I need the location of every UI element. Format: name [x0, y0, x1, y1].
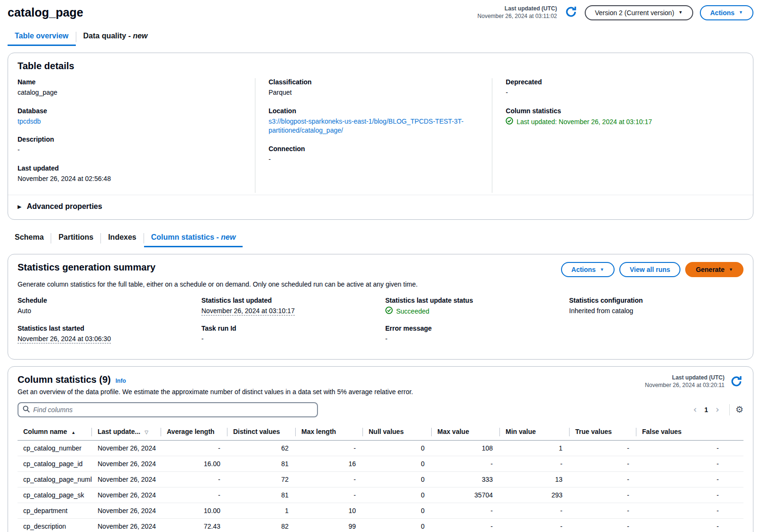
- table-cell: -: [432, 456, 500, 471]
- new-badge: new: [133, 32, 147, 40]
- tab-label: Table overview: [15, 32, 69, 40]
- table-cell: -: [636, 440, 743, 456]
- chevron-down-icon: ▼: [679, 10, 683, 15]
- field-stats-last-updated: Statistics last updated November 26, 202…: [201, 297, 376, 317]
- stats-actions-button[interactable]: Actions ▼: [561, 262, 615, 277]
- column-statistics-table: Column name▲ Last update...▽ Average len…: [18, 424, 743, 532]
- success-check-icon: [385, 307, 393, 317]
- field-classification: Classification Parquet: [269, 78, 479, 98]
- field-task-run-id: Task run Id -: [201, 325, 376, 344]
- refresh-button[interactable]: [564, 5, 578, 20]
- details-column-1: Name catalog_page Database tpcdsdb Descr…: [18, 78, 255, 193]
- table-cell: 0: [363, 456, 432, 471]
- field-connection: Connection -: [269, 145, 479, 164]
- stats-summary-grid: Schedule Auto Statistics last updated No…: [18, 297, 743, 351]
- sort-ascending-icon: ▲: [72, 430, 76, 435]
- generate-button[interactable]: Generate ▼: [685, 262, 743, 277]
- header-max-value: Max value: [432, 424, 500, 441]
- header-column-name[interactable]: Column name▲: [18, 424, 92, 441]
- table-cell: 81: [227, 487, 296, 503]
- table-cell: November 26, 2024: [92, 471, 161, 487]
- field-column-statistics: Column statistics Last updated: November…: [506, 107, 730, 127]
- table-cell: 293: [500, 487, 570, 503]
- table-cell: -: [296, 440, 363, 456]
- header-null-values: Null values: [363, 424, 432, 441]
- field-last-updated: Last updated November 26, 2024 at 02:56:…: [18, 164, 242, 184]
- advanced-properties-toggle[interactable]: ▶ Advanced properties: [8, 195, 753, 212]
- column-stats-updated-text: Last updated: November 26, 2024 at 03:10…: [516, 117, 652, 127]
- table-cell: -: [570, 456, 636, 471]
- field-label: Column statistics: [506, 107, 730, 115]
- table-cell: -: [296, 471, 363, 487]
- field-label: Statistics last started: [18, 325, 192, 332]
- stats-summary-title: Statistics generation summary: [18, 262, 155, 273]
- tab-table-overview[interactable]: Table overview: [8, 28, 76, 46]
- info-link[interactable]: Info: [116, 378, 126, 384]
- page-title: catalog_page: [8, 5, 83, 19]
- tab-label: Data quality -: [83, 32, 133, 40]
- tab-column-statistics[interactable]: Column statistics - new: [144, 229, 243, 247]
- table-cell: 81: [227, 456, 296, 471]
- version-dropdown[interactable]: Version 2 (Current version) ▼: [585, 5, 693, 20]
- table-cell: 99: [296, 518, 363, 532]
- table-cell: -: [161, 487, 227, 503]
- table-header-row: Column name▲ Last update...▽ Average len…: [18, 424, 743, 441]
- new-badge: new: [221, 233, 236, 241]
- previous-page-button[interactable]: ‹: [689, 405, 701, 414]
- table-details-title: Table details: [18, 61, 743, 72]
- field-label: Statistics last updated: [201, 297, 376, 304]
- table-cell: 82: [227, 518, 296, 532]
- table-cell: 62: [227, 440, 296, 456]
- tab-data-quality[interactable]: Data quality - new: [76, 28, 155, 46]
- field-value: -: [201, 334, 376, 344]
- column-statistics-title: Column statistics (9): [18, 374, 111, 385]
- tab-partitions[interactable]: Partitions: [51, 229, 100, 247]
- refresh-icon: [565, 6, 577, 19]
- column-statistics-card: Column statistics (9) Info Get an overvi…: [8, 366, 753, 532]
- table-cell: November 26, 2024: [92, 456, 161, 471]
- advanced-properties-label: Advanced properties: [27, 202, 102, 211]
- table-row: cp_catalog_page_idNovember 26, 202416.00…: [18, 456, 743, 471]
- table-cell: -: [432, 518, 500, 532]
- field-value: -: [18, 145, 242, 155]
- database-link[interactable]: tpcdsdb: [18, 117, 41, 125]
- last-updated-label: Last updated (UTC): [645, 374, 725, 382]
- table-row: cp_catalog_page_numlNovember 26, 2024-72…: [18, 471, 743, 487]
- tab-schema[interactable]: Schema: [8, 229, 51, 247]
- header-average-length: Average length: [161, 424, 227, 441]
- field-value: -: [506, 88, 730, 98]
- field-label: Name: [18, 78, 242, 86]
- view-all-runs-label: View all runs: [630, 266, 670, 273]
- version-dropdown-label: Version 2 (Current version): [595, 9, 674, 17]
- field-value: Auto: [18, 307, 192, 316]
- find-columns-search[interactable]: [18, 402, 318, 417]
- field-location: Location s3://blogpost-sparkoneks-us-eas…: [269, 107, 479, 135]
- header-last-update[interactable]: Last update...▽: [92, 424, 161, 441]
- field-label: Error message: [385, 325, 560, 332]
- actions-button[interactable]: Actions ▼: [700, 5, 753, 20]
- field-value: November 26, 2024 at 03:10:17: [201, 307, 295, 316]
- tab-indexes[interactable]: Indexes: [101, 229, 144, 247]
- table-settings-button[interactable]: ⚙: [735, 405, 743, 414]
- table-last-updated: Last updated (UTC) November 26, 2024 at …: [645, 374, 725, 389]
- header-true-values: True values: [570, 424, 636, 441]
- field-stats-status: Statistics last update status Succeeded: [385, 297, 560, 317]
- table-cell: -: [636, 487, 743, 503]
- tab-label: Indexes: [108, 233, 136, 241]
- search-input[interactable]: [33, 406, 313, 414]
- column-statistics-description: Get an overview of the data profile. We …: [18, 388, 413, 396]
- location-link[interactable]: s3://blogpost-sparkoneks-us-east-1/blog/…: [269, 117, 464, 135]
- table-cell: -: [500, 518, 570, 532]
- stats-summary-description: Generate column statistics for the full …: [18, 280, 743, 288]
- header-false-values: False values: [636, 424, 743, 441]
- current-page[interactable]: 1: [701, 406, 712, 414]
- table-cell: November 26, 2024: [92, 518, 161, 532]
- table-cell: -: [570, 503, 636, 518]
- table-refresh-button[interactable]: [729, 374, 743, 390]
- header-actions: Last updated (UTC) November 26, 2024 at …: [478, 5, 753, 20]
- field-value: Parquet: [269, 88, 479, 98]
- table-cell: 0: [363, 440, 432, 456]
- field-schedule: Schedule Auto: [18, 297, 192, 317]
- view-all-runs-button[interactable]: View all runs: [619, 262, 680, 277]
- next-page-button[interactable]: ›: [711, 405, 724, 414]
